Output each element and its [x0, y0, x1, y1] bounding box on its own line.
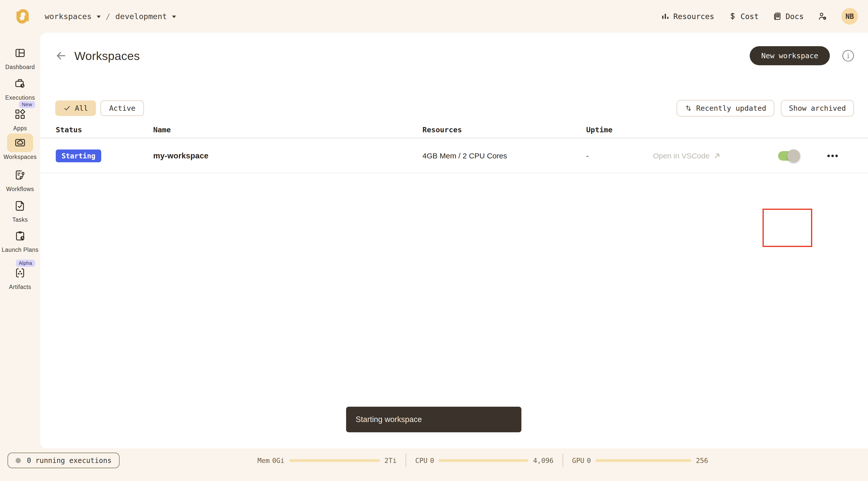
page-title: Workspaces: [74, 49, 140, 63]
sidebar-item-label: Apps: [13, 125, 27, 132]
gpu-meter: GPU 0 256: [572, 457, 708, 464]
chevron-down-icon[interactable]: [97, 15, 101, 18]
external-link-icon: [713, 152, 721, 160]
breadcrumb: workspaces / development: [45, 12, 176, 21]
main-panel: Workspaces New workspace i All Active: [40, 33, 868, 448]
divider: [406, 454, 406, 467]
nav-resources-label: Resources: [673, 12, 714, 21]
sidebar-item-workspaces[interactable]: Workspaces: [0, 134, 40, 160]
status-badge: Starting: [56, 149, 101, 162]
nav-cost-label: Cost: [741, 12, 759, 21]
tasks-icon: [14, 200, 26, 212]
cpu-current: 0: [430, 457, 434, 464]
launch-plans-icon: [14, 230, 26, 242]
mem-current: 0Gi: [272, 457, 285, 464]
column-header-uptime: Uptime: [586, 126, 613, 134]
bar-chart-icon: [661, 12, 670, 21]
mem-max: 2Ti: [384, 457, 397, 464]
open-in-vscode-link[interactable]: Open in VSCode: [653, 152, 721, 160]
sidebar-item-launch-plans[interactable]: Launch Plans: [0, 226, 40, 253]
sidebar-item-dashboard[interactable]: Dashboard: [0, 44, 40, 70]
gpu-current: 0: [587, 457, 591, 464]
nav-cost[interactable]: Cost: [728, 12, 759, 21]
chevron-down-icon[interactable]: [172, 15, 176, 18]
filter-all-label: All: [75, 104, 88, 113]
table-header: Status Name Resources Uptime: [40, 123, 868, 138]
dot: [831, 155, 834, 157]
annotation-highlight-box: [763, 209, 812, 247]
sidebar-item-tasks[interactable]: Tasks: [0, 196, 40, 223]
workspace-name[interactable]: my-workspace: [153, 151, 209, 160]
toast-message: Starting workspace: [355, 415, 422, 424]
dashboard-icon: [14, 47, 26, 59]
workspace-uptime: -: [586, 152, 589, 160]
divider: [563, 454, 563, 467]
sort-arrows-icon: [685, 104, 692, 112]
back-arrow-icon[interactable]: [55, 50, 67, 62]
info-icon[interactable]: i: [842, 50, 854, 62]
sidebar: Dashboard Executions New Apps: [0, 33, 40, 448]
gpu-bar: [595, 459, 691, 462]
running-executions-pill[interactable]: 0 running executions: [7, 453, 120, 468]
apps-icon: [14, 108, 26, 120]
nav-docs[interactable]: Docs: [773, 12, 804, 21]
new-badge: New: [19, 101, 35, 108]
resource-meters: Mem 0Gi 2Ti CPU 0 4,096 GPU 0 256: [257, 453, 708, 468]
row-menu-button[interactable]: [827, 155, 838, 157]
nav-resources[interactable]: Resources: [661, 12, 714, 21]
user-settings-icon[interactable]: [818, 11, 827, 21]
mem-meter: Mem 0Gi 2Ti: [257, 457, 397, 464]
cpu-bar: [438, 459, 528, 462]
gpu-max: 256: [696, 457, 708, 464]
sidebar-item-label: Launch Plans: [2, 247, 39, 253]
top-nav: Resources Cost Docs: [661, 8, 858, 25]
sidebar-item-label: Artifacts: [9, 284, 31, 290]
sort-button[interactable]: Recently updated: [677, 100, 774, 117]
mem-label: Mem: [257, 457, 270, 464]
workspace-selector[interactable]: workspaces: [45, 12, 92, 21]
sort-button-label: Recently updated: [696, 104, 766, 113]
workspace-resources: 4GB Mem / 2 CPU Cores: [423, 152, 507, 160]
sidebar-item-label: Workflows: [6, 186, 34, 193]
sidebar-item-label: Dashboard: [5, 64, 35, 70]
docs-icon: [773, 12, 782, 21]
dot: [835, 155, 838, 157]
show-archived-button[interactable]: Show archived: [781, 100, 854, 117]
divider: [40, 137, 868, 138]
topbar: workspaces / development Resources Cost: [0, 0, 868, 33]
project-selector[interactable]: development: [115, 12, 167, 21]
table-row[interactable]: Starting my-workspace 4GB Mem / 2 CPU Co…: [40, 139, 868, 173]
column-header-resources: Resources: [423, 126, 462, 134]
sidebar-item-workflows[interactable]: Workflows: [0, 166, 40, 193]
mem-bar: [289, 459, 380, 462]
dot: [827, 155, 830, 157]
running-executions-label: 0 running executions: [27, 456, 112, 465]
gpu-label: GPU: [572, 457, 584, 464]
status-dot: [16, 458, 21, 463]
new-workspace-button[interactable]: New workspace: [750, 46, 830, 65]
artifacts-icon: [14, 267, 26, 279]
sidebar-item-executions[interactable]: Executions: [0, 74, 40, 101]
avatar[interactable]: NB: [841, 8, 858, 25]
sidebar-item-label: Workspaces: [3, 154, 37, 160]
workspace-toggle[interactable]: [778, 151, 799, 161]
breadcrumb-separator: /: [106, 12, 111, 21]
filter-all-chip[interactable]: All: [55, 100, 96, 116]
cpu-max: 4,096: [533, 457, 553, 464]
filter-active-label: Active: [109, 104, 135, 113]
filter-active-chip[interactable]: Active: [100, 100, 144, 116]
union-logo[interactable]: [14, 8, 31, 25]
sidebar-item-label: Executions: [5, 94, 35, 101]
workspaces-page: { "topbar": { "breadcrumb": { "workspace…: [0, 0, 868, 481]
show-archived-label: Show archived: [789, 104, 846, 113]
workflows-icon: [14, 169, 26, 181]
toggle-knob: [787, 149, 800, 162]
avatar-initials: NB: [845, 12, 854, 21]
alpha-badge: Alpha: [16, 260, 35, 267]
sidebar-item-label: Tasks: [12, 216, 28, 223]
sidebar-item-artifacts[interactable]: Alpha Artifacts: [0, 264, 40, 290]
toast: Starting workspace: [346, 407, 521, 432]
check-icon: [63, 104, 71, 112]
column-header-name: Name: [153, 126, 171, 134]
sidebar-item-apps[interactable]: New Apps: [0, 105, 40, 132]
